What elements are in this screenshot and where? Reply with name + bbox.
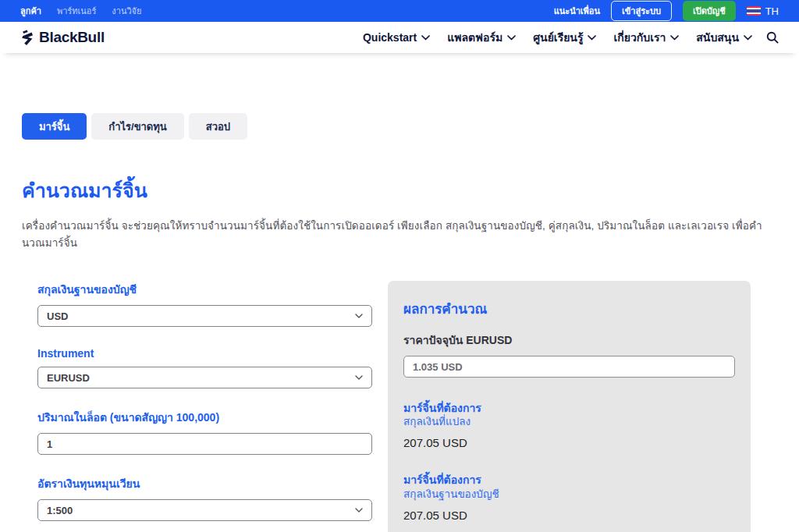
search-icon[interactable]: [766, 31, 779, 44]
result-margin-converted: มาร์จิ้นที่ต้องการ สกุลเงินที่แปลง 207.0…: [403, 401, 735, 449]
result-value: 207.05 USD: [403, 509, 735, 522]
result-title: มาร์จิ้นที่ต้องการ: [403, 473, 735, 487]
field-label: สกุลเงินฐานของบัญชี: [37, 281, 372, 298]
nav-label: Quickstart: [363, 31, 417, 44]
field-label: อัตราเงินทุนหมุนเวียน: [37, 475, 372, 492]
current-price-input[interactable]: [403, 356, 735, 378]
result-margin-account-currency: มาร์จิ้นที่ต้องการ สกุลเงินฐานของบัญชี 2…: [403, 473, 735, 521]
nav-item-quickstart[interactable]: Quickstart: [363, 31, 430, 44]
nav-label: สนับสนุน: [696, 29, 739, 46]
volume-input[interactable]: [37, 433, 372, 455]
chevron-down-icon: [355, 375, 363, 380]
results-title: ผลการคำนวณ: [403, 298, 735, 319]
topbar-links: ลูกค้า พาร์ทเนอร์ งานวิจัย: [20, 4, 141, 18]
current-price-label: ราคาปัจจุบัน EURUSD: [403, 332, 735, 349]
selected-value: USD: [47, 310, 68, 322]
brand-logo[interactable]: BlackBull: [20, 29, 105, 46]
selected-value: 1:500: [47, 505, 73, 516]
tab-margin[interactable]: มาร์จิ้น: [22, 113, 87, 140]
account-currency-select[interactable]: USD: [37, 305, 372, 327]
nav-label: แพลตฟอร์ม: [447, 29, 502, 46]
thailand-flag-icon: [747, 6, 761, 16]
field-instrument: Instrument EURUSD: [37, 347, 372, 388]
language-code: TH: [765, 5, 779, 17]
chevron-down-icon: [588, 35, 596, 41]
nav-label: ศูนย์เรียนรู้: [533, 29, 583, 46]
page-description: เครื่องคำนวณมาร์จิ้น จะช่วยคุณให้ทราบจำน…: [22, 217, 777, 251]
result-value: 207.05 USD: [403, 436, 735, 449]
calculator-form: สกุลเงินฐานของบัญชี USD Instrument EURUS…: [22, 281, 372, 532]
main-header: BlackBull Quickstart แพลตฟอร์ม ศูนย์เรีย…: [0, 22, 799, 53]
open-account-button[interactable]: เปิดบัญชี: [683, 1, 736, 21]
refer-friend-link[interactable]: แนะนำเพื่อน: [554, 4, 600, 18]
results-panel: ผลการคำนวณ ราคาปัจจุบัน EURUSD มาร์จิ้นท…: [388, 281, 751, 532]
nav-item-education[interactable]: ศูนย์เรียนรู้: [533, 29, 596, 46]
field-label: ปริมาณในล็อต (ขนาดสัญญา 100,000): [37, 409, 372, 426]
tab-swap[interactable]: สวอป: [189, 113, 247, 140]
nav-item-support[interactable]: สนับสนุน: [696, 29, 752, 46]
chevron-down-icon: [355, 508, 363, 512]
chevron-down-icon: [744, 35, 752, 41]
nav-item-platforms[interactable]: แพลตฟอร์ม: [447, 29, 516, 46]
result-title: มาร์จิ้นที่ต้องการ: [403, 401, 735, 415]
login-button[interactable]: เข้าสู่ระบบ: [611, 1, 672, 21]
result-subtitle: สกุลเงินที่แปลง: [403, 415, 735, 429]
calculator-tabs: มาร์จิ้น กำไร/ขาดทุน สวอป: [22, 113, 777, 140]
nav-item-about[interactable]: เกี่ยวกับเรา: [613, 29, 679, 46]
field-account-base-currency: สกุลเงินฐานของบัญชี USD: [37, 281, 372, 327]
instrument-select[interactable]: EURUSD: [37, 367, 372, 388]
chevron-down-icon: [670, 35, 679, 41]
page-title: คำนวณมาร์จิ้น: [22, 175, 777, 206]
chevron-down-icon: [507, 35, 516, 41]
top-utility-bar: ลูกค้า พาร์ทเนอร์ งานวิจัย แนะนำเพื่อน เ…: [0, 0, 799, 22]
selected-value: EURUSD: [47, 372, 90, 384]
chevron-down-icon: [421, 35, 430, 41]
leverage-select[interactable]: 1:500: [37, 499, 372, 521]
tab-profit-loss[interactable]: กำไร/ขาดทุน: [91, 113, 183, 140]
nav-label: เกี่ยวกับเรา: [613, 29, 666, 46]
result-subtitle: สกุลเงินฐานของบัญชี: [403, 488, 735, 502]
field-volume-lots: ปริมาณในล็อต (ขนาดสัญญา 100,000): [37, 409, 372, 455]
field-leverage: อัตราเงินทุนหมุนเวียน 1:500: [37, 475, 372, 521]
topbar-link-research[interactable]: งานวิจัย: [112, 4, 141, 18]
field-label: Instrument: [37, 347, 372, 360]
brand-name: BlackBull: [39, 29, 105, 46]
topbar-link-clients[interactable]: ลูกค้า: [20, 4, 41, 18]
blackbull-logo-icon: [20, 29, 34, 46]
topbar-link-partners[interactable]: พาร์ทเนอร์: [57, 4, 96, 18]
language-selector[interactable]: TH: [747, 5, 779, 17]
chevron-down-icon: [355, 314, 363, 318]
main-nav: Quickstart แพลตฟอร์ม ศูนย์เรียนรู้ เกี่ย…: [363, 29, 779, 46]
